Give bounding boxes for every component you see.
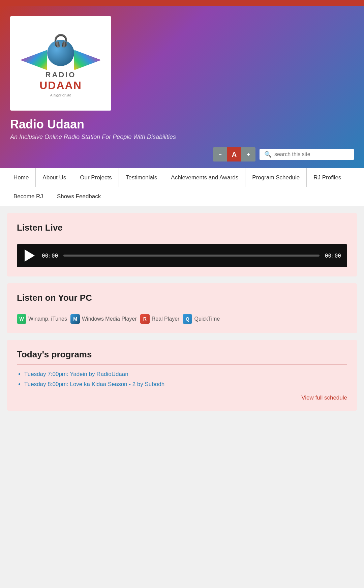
- search-input[interactable]: [274, 151, 349, 157]
- listen-pc-card: Listen on Your PC W Winamp, iTunes M Win…: [7, 283, 357, 333]
- winamp-link[interactable]: W Winamp, iTunes: [17, 314, 67, 324]
- play-button[interactable]: [23, 249, 36, 262]
- logo-wing-left: [20, 50, 47, 70]
- search-box: 🔍: [260, 149, 354, 160]
- search-icon: 🔍: [264, 151, 272, 158]
- todays-programs-title: Today's programs: [17, 349, 347, 365]
- logo-radio-text: RADIO: [46, 70, 76, 79]
- nav-become-rj[interactable]: Become RJ: [7, 187, 50, 206]
- logo-tagline: A flight of life: [50, 93, 71, 97]
- audio-player: 00:00 00:00: [17, 244, 347, 267]
- quicktime-icon: Q: [183, 314, 192, 324]
- nav-about[interactable]: About Us: [36, 168, 73, 187]
- nav-projects[interactable]: Our Projects: [73, 168, 119, 187]
- listen-live-title: Listen Live: [17, 223, 347, 238]
- view-full-schedule-link[interactable]: View full schedule: [17, 394, 347, 401]
- listen-pc-title: Listen on Your PC: [17, 293, 347, 308]
- logo-udaan-text: UDAAN: [39, 79, 82, 92]
- real-player-label: Real Player: [152, 316, 180, 322]
- hero-controls: − A + 🔍: [10, 147, 354, 161]
- play-icon: [25, 249, 35, 262]
- nav-feedback[interactable]: Shows Feedback: [50, 187, 108, 206]
- font-increase-button[interactable]: +: [241, 147, 255, 161]
- headphones-icon: 🎧: [53, 34, 68, 48]
- logo-container: 🎧 RADIO UDAAN A flight of life: [10, 16, 111, 111]
- font-decrease-button[interactable]: −: [213, 147, 227, 161]
- winamp-icon: W: [17, 314, 26, 324]
- wmp-link[interactable]: M Windows Media Player: [70, 314, 137, 324]
- site-title: Radio Udaan: [10, 117, 354, 131]
- quicktime-label: QuickTime: [194, 316, 220, 322]
- todays-programs-card: Today's programs Tuesday 7:00pm: Yadein …: [7, 340, 357, 411]
- listen-live-card: Listen Live 00:00 00:00: [7, 213, 357, 276]
- nav-home[interactable]: Home: [7, 168, 36, 187]
- real-player-icon: R: [140, 314, 150, 324]
- wmp-icon: M: [70, 314, 80, 324]
- font-reset-button[interactable]: A: [227, 147, 241, 161]
- site-subtitle: An Inclusive Online Radio Station For Pe…: [10, 134, 354, 141]
- wmp-label: Windows Media Player: [82, 316, 137, 322]
- progress-bar[interactable]: [63, 255, 320, 257]
- logo-globe: 🎧: [47, 40, 74, 66]
- nav-rj-profiles[interactable]: RJ Profiles: [307, 168, 348, 187]
- player-links: W Winamp, iTunes M Windows Media Player …: [17, 314, 347, 324]
- real-player-link[interactable]: R Real Player: [140, 314, 180, 324]
- nav-achievements[interactable]: Achievements and Awards: [164, 168, 245, 187]
- program-item-2[interactable]: Tuesday 8:00pm: Love ka Kidaa Season - 2…: [24, 381, 347, 388]
- nav-testimonials[interactable]: Testimonials: [119, 168, 164, 187]
- logo-wing-right: [74, 50, 101, 70]
- top-bar: [0, 0, 364, 6]
- nav-schedule[interactable]: Program Schedule: [245, 168, 307, 187]
- logo-inner: 🎧 RADIO UDAAN A flight of life: [17, 23, 104, 104]
- time-end: 00:00: [325, 253, 341, 259]
- nav-bar: Home About Us Our Projects Testimonials …: [0, 168, 364, 206]
- program-item-1[interactable]: Tuesday 7:00pm: Yadein by RadioUdaan: [24, 371, 347, 378]
- main-content: Listen Live 00:00 00:00 Listen on Your P…: [0, 206, 364, 417]
- hero-section: 🎧 RADIO UDAAN A flight of life Radio Uda…: [0, 6, 364, 168]
- time-start: 00:00: [42, 253, 58, 259]
- quicktime-link[interactable]: Q QuickTime: [183, 314, 220, 324]
- program-list: Tuesday 7:00pm: Yadein by RadioUdaan Tue…: [17, 371, 347, 388]
- font-size-controls: − A +: [213, 147, 255, 161]
- winamp-label: Winamp, iTunes: [28, 316, 67, 322]
